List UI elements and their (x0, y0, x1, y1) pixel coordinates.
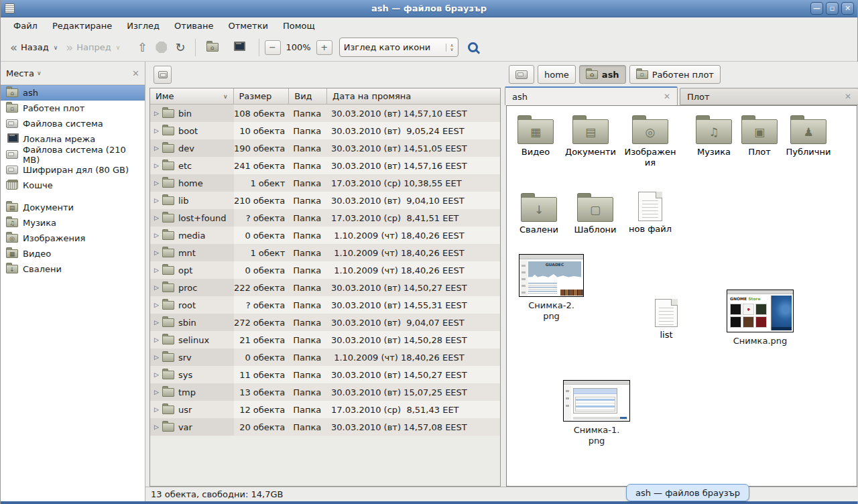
file-item-new-file[interactable]: нов файл (621, 192, 679, 235)
menu-go[interactable]: Отиване (168, 19, 219, 32)
table-row[interactable]: ▷ lib 210 обекта Папка 30.03.2010 (вт) 9… (150, 192, 500, 209)
file-item-snimka[interactable]: GNOME Store Снимка.png (727, 290, 794, 346)
sidebar-item[interactable]: Файлова система (1, 116, 145, 131)
table-row[interactable]: ▷ selinux 21 обекта Папка 30.03.2010 (вт… (150, 331, 500, 349)
expander-icon[interactable]: ▷ (154, 267, 159, 273)
table-row[interactable]: ▷ opt 0 обекта Папка 1.10.2009 (чт) 18,4… (150, 261, 500, 279)
forward-button[interactable]: » Напред ∨ (62, 39, 124, 56)
computer-button[interactable] (227, 40, 253, 54)
expander-icon[interactable]: ▷ (154, 145, 159, 151)
table-row[interactable]: ▷ tmp 13 обекта Папка 30.03.2010 (вт) 15… (150, 383, 500, 401)
table-row[interactable]: ▷ proc 222 обекта Папка 30.03.2010 (вт) … (150, 279, 500, 296)
menu-bookmarks[interactable]: Отметки (222, 19, 273, 32)
sidebar-item[interactable]: ash (1, 85, 145, 101)
sidebar-item[interactable]: Файлова система (210 MB) (1, 147, 145, 162)
table-row[interactable]: ▷ etc 241 обекта Папка 30.03.2010 (вт) 1… (150, 157, 500, 174)
filesystem-root-button[interactable] (154, 66, 172, 84)
expander-icon[interactable]: ▷ (154, 232, 159, 239)
zoom-in-button[interactable]: + (316, 40, 332, 55)
path-ash-button[interactable]: ash (579, 65, 626, 84)
sidebar-item[interactable]: Изображения (1, 231, 145, 246)
expander-icon[interactable]: ▷ (154, 302, 159, 308)
sidebar-title[interactable]: Места (6, 68, 34, 78)
expander-icon[interactable]: ▷ (154, 197, 159, 204)
maximize-button[interactable]: ▫ (826, 2, 839, 15)
column-header-size[interactable]: Размер (234, 88, 290, 105)
sidebar-item[interactable]: Работен плот (1, 101, 145, 116)
expander-icon[interactable]: ▷ (154, 319, 159, 326)
table-row[interactable]: ▷ boot 10 обекта Папка 30.03.2010 (вт) 9… (150, 122, 500, 139)
menu-view[interactable]: Изглед (121, 19, 166, 32)
file-item-list[interactable]: list (637, 299, 695, 340)
sidebar-item[interactable]: Документи (1, 200, 145, 215)
zoom-out-button[interactable]: − (265, 40, 281, 55)
back-button[interactable]: « Назад ∨ (6, 39, 62, 56)
expander-icon[interactable]: ▷ (154, 162, 159, 169)
table-row[interactable]: ▷ root ? обекта Папка 30.03.2010 (вт) 14… (150, 296, 500, 314)
sidebar-item[interactable]: Кошче (1, 178, 145, 193)
expander-icon[interactable]: ▷ (154, 214, 159, 221)
table-row[interactable]: ▷ mnt 1 обект Папка 1.10.2009 (чт) 18,40… (150, 244, 500, 261)
expander-icon[interactable]: ▷ (154, 110, 159, 117)
sidebar-item[interactable]: Музика (1, 215, 145, 231)
table-row[interactable]: ▷ media 0 обекта Папка 1.10.2009 (чт) 18… (150, 227, 500, 244)
reload-button[interactable]: ↻ (171, 39, 189, 56)
sidebar-close-icon[interactable]: ✕ (132, 68, 139, 78)
menu-file[interactable]: Файл (7, 19, 44, 32)
table-row[interactable]: ▷ bin 108 обекта Папка 30.03.2010 (вт) 1… (150, 105, 500, 122)
up-button[interactable]: ⇧ (133, 39, 151, 56)
tab-ash[interactable]: ash ✕ (505, 86, 678, 105)
path-desktop-button[interactable]: Работен плот (629, 65, 721, 84)
sidebar-item[interactable]: Шифриран дял (80 GB) (1, 162, 145, 178)
table-row[interactable]: ▷ home 1 обект Папка 17.03.2010 (ср) 10,… (150, 174, 500, 192)
expander-icon[interactable]: ▷ (154, 180, 159, 186)
expander-icon[interactable]: ▷ (154, 389, 159, 395)
tab-close-icon[interactable]: ✕ (845, 92, 851, 101)
file-item-documents[interactable]: ▤ Документи (562, 115, 619, 158)
path-root-button[interactable] (509, 65, 534, 84)
tab-plot[interactable]: Плот ✕ (680, 88, 858, 105)
back-dropdown-icon[interactable]: ∨ (54, 44, 58, 51)
column-header-date[interactable]: Дата на промяна (327, 88, 500, 105)
sidebar-item[interactable]: Видео (1, 246, 145, 261)
table-row[interactable]: ▷ usr 12 обекта Папка 17.03.2010 (ср) 8,… (150, 401, 500, 418)
home-button[interactable] (201, 40, 227, 54)
title-bar[interactable]: ash — файлов браузър — ▫ ✕ (1, 0, 857, 17)
expander-icon[interactable]: ▷ (154, 371, 159, 378)
file-item-pictures[interactable]: ◎ Изображения (622, 115, 678, 168)
icon-view[interactable]: ▦ Видео ▤ Документи ◎ Изображения ♫ Музи… (506, 105, 857, 487)
file-item-public[interactable]: ♟ Публични (780, 115, 837, 158)
expander-icon[interactable]: ▷ (154, 424, 159, 430)
column-header-type[interactable]: Вид (289, 88, 327, 105)
tab-close-icon[interactable]: ✕ (664, 92, 670, 101)
folder-name: dev (178, 143, 194, 153)
expander-icon[interactable]: ▷ (154, 354, 159, 361)
minimize-button[interactable]: — (810, 2, 823, 15)
expander-icon[interactable]: ▷ (154, 284, 159, 291)
file-item-snimka-1[interactable]: Снимка-1.png (563, 380, 630, 446)
menu-edit[interactable]: Редактиране (46, 19, 118, 32)
search-icon[interactable] (468, 42, 478, 52)
expander-icon[interactable]: ▷ (154, 127, 159, 134)
path-home-button[interactable]: home (538, 65, 576, 84)
file-item-templates[interactable]: ▢ Шаблони (566, 193, 624, 235)
view-mode-select[interactable]: Изглед като икони ∧∨ (339, 38, 458, 57)
table-row[interactable]: ▷ sbin 272 обекта Папка 30.03.2010 (вт) … (150, 314, 500, 331)
menu-help[interactable]: Помощ (277, 19, 321, 32)
file-item-video[interactable]: ▦ Видео (507, 115, 564, 158)
column-header-name[interactable]: Име ∨ (150, 88, 234, 105)
file-item-downloads[interactable]: ↓ Свалени (510, 193, 568, 235)
stop-button[interactable] (151, 39, 171, 56)
table-row[interactable]: ▷ srv 0 обекта Папка 1.10.2009 (чт) 18,4… (150, 349, 500, 366)
table-row[interactable]: ▷ var 20 обекта Папка 30.03.2010 (вт) 14… (150, 418, 500, 436)
expander-icon[interactable]: ▷ (154, 249, 159, 256)
close-button[interactable]: ✕ (841, 2, 854, 15)
expander-icon[interactable]: ▷ (154, 336, 159, 343)
table-row[interactable]: ▷ dev 190 обекта Папка 30.03.2010 (вт) 1… (150, 139, 500, 157)
sidebar-item[interactable]: Свалени (1, 261, 145, 277)
file-item-snimka-2[interactable]: GUADEC Снимка-2.png (519, 254, 584, 322)
expander-icon[interactable]: ▷ (154, 406, 159, 413)
chevron-down-icon[interactable]: ∨ (37, 70, 132, 76)
table-row[interactable]: ▷ lost+found ? обекта Папка 17.03.2010 (… (150, 209, 500, 227)
table-row[interactable]: ▷ sys 11 обекта Папка 30.03.2010 (вт) 14… (150, 366, 500, 383)
